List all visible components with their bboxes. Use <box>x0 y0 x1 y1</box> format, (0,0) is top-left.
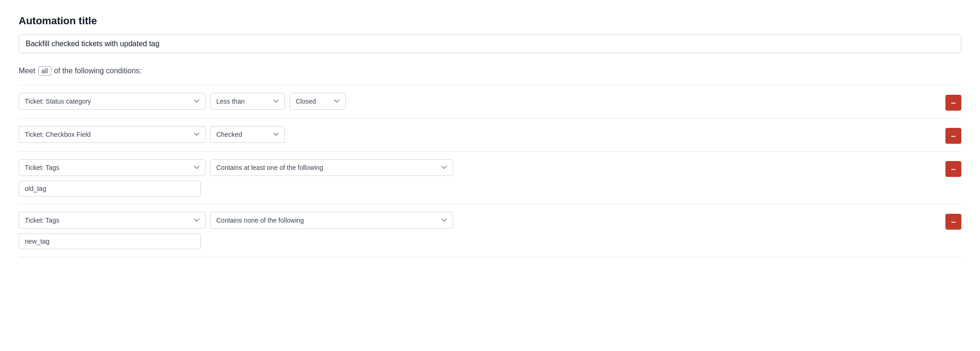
automation-title-input[interactable] <box>19 35 961 53</box>
tag-text-input-4[interactable] <box>19 233 201 249</box>
condition-row: Ticket: Status category Ticket: Checkbox… <box>19 85 961 118</box>
remove-condition-1-button[interactable]: – <box>945 95 961 111</box>
condition-fields: Ticket: Status category Ticket: Checkbox… <box>19 212 940 249</box>
text-input-wrapper-4 <box>19 233 940 249</box>
minus-icon: – <box>951 218 956 226</box>
minus-icon: – <box>951 132 956 140</box>
field-select-2[interactable]: Ticket: Status category Ticket: Checkbox… <box>19 126 206 143</box>
condition-selects-4: Ticket: Status category Ticket: Checkbox… <box>19 212 940 229</box>
condition-row: Ticket: Status category Ticket: Checkbox… <box>19 151 961 204</box>
minus-icon: – <box>951 98 956 107</box>
all-badge: all <box>38 66 51 76</box>
field-select-1[interactable]: Ticket: Status category Ticket: Checkbox… <box>19 93 206 110</box>
condition-fields: Ticket: Status category Ticket: Checkbox… <box>19 159 940 197</box>
conditions-prefix: Meet <box>19 67 36 75</box>
remove-condition-4-button[interactable]: – <box>945 214 961 230</box>
condition-row: Ticket: Status category Ticket: Checkbox… <box>19 204 961 257</box>
condition-fields: Ticket: Status category Ticket: Checkbox… <box>19 126 940 143</box>
condition-row: Ticket: Status category Ticket: Checkbox… <box>19 118 961 151</box>
remove-condition-2-button[interactable]: – <box>945 128 961 144</box>
operator-select-4[interactable]: Contains at least one of the following C… <box>210 212 453 229</box>
operator-select-2[interactable]: Checked Unchecked <box>210 126 285 143</box>
conditions-suffix: of the following conditions: <box>54 67 142 75</box>
condition-selects-3: Ticket: Status category Ticket: Checkbox… <box>19 159 940 176</box>
operator-select-3[interactable]: Contains at least one of the following C… <box>210 159 453 176</box>
condition-selects-2: Ticket: Status category Ticket: Checkbox… <box>19 126 940 143</box>
tag-text-input-3[interactable] <box>19 181 201 197</box>
remove-condition-3-button[interactable]: – <box>945 161 961 177</box>
field-select-4[interactable]: Ticket: Status category Ticket: Checkbox… <box>19 212 206 229</box>
automation-title-heading: Automation title <box>19 15 961 27</box>
text-input-wrapper-3 <box>19 181 940 197</box>
operator-select-1[interactable]: Less than Greater than Equals <box>210 93 285 110</box>
condition-selects-1: Ticket: Status category Ticket: Checkbox… <box>19 93 940 110</box>
value-select-1[interactable]: Closed Open Pending <box>290 93 346 110</box>
minus-icon: – <box>951 165 956 173</box>
condition-fields: Ticket: Status category Ticket: Checkbox… <box>19 93 940 110</box>
field-select-3[interactable]: Ticket: Status category Ticket: Checkbox… <box>19 159 206 176</box>
conditions-header: Meet all of the following conditions: <box>19 66 961 76</box>
conditions-list: Ticket: Status category Ticket: Checkbox… <box>19 85 961 257</box>
automation-title-section: Automation title <box>19 15 961 66</box>
